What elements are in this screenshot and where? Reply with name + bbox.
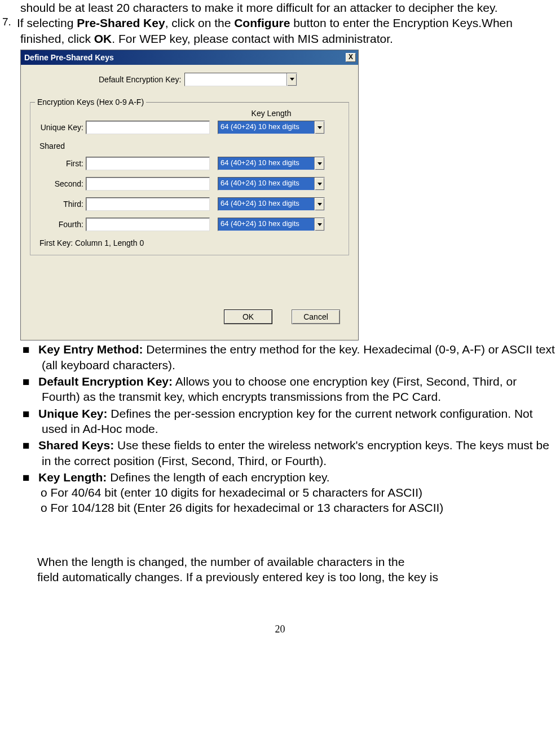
bullet-icon: ■ bbox=[23, 437, 38, 453]
third-key-label: Third: bbox=[37, 199, 86, 209]
fourth-key-label: Fourth: bbox=[37, 219, 86, 229]
unique-key-length-dropdown[interactable]: 64 (40+24) 10 hex digits bbox=[218, 121, 325, 134]
define-pre-shared-keys-dialog: Define Pre-Shared Keys X Default Encrypt… bbox=[20, 50, 359, 341]
chevron-down-icon[interactable] bbox=[314, 157, 324, 170]
bullet-bold: Default Encryption Key: bbox=[38, 375, 173, 388]
key-length-header: Key Length bbox=[201, 108, 342, 118]
first-key-input[interactable] bbox=[86, 157, 210, 170]
group-legend: Encryption Keys (Hex 0-9 A-F) bbox=[35, 97, 146, 107]
second-key-length-dropdown[interactable]: 64 (40+24) 10 hex digits bbox=[218, 177, 325, 191]
close-icon[interactable]: X bbox=[346, 53, 356, 62]
default-encryption-key-label: Default Encryption Key: bbox=[99, 74, 184, 85]
second-key-input[interactable] bbox=[86, 177, 210, 191]
fourth-key-input[interactable] bbox=[86, 218, 210, 231]
bullet-bold: Key Length: bbox=[38, 471, 107, 484]
first-key-length-dropdown[interactable]: 64 (40+24) 10 hex digits bbox=[218, 157, 325, 170]
bullet-text: Use these fields to enter the wireless n… bbox=[42, 439, 549, 467]
bottom-paragraph: When the length is changed, the number o… bbox=[37, 554, 558, 585]
ordered-list-item-7: 7.If selecting Pre-Shared Key, click on … bbox=[20, 15, 558, 46]
bullet-key-entry-method: ■Key Entry Method: Determines the entry … bbox=[42, 342, 558, 373]
dialog-titlebar: Define Pre-Shared Keys X bbox=[21, 50, 358, 65]
unique-key-label: Unique Key: bbox=[37, 122, 86, 132]
chevron-down-icon[interactable] bbox=[314, 218, 324, 231]
list-marker: 7. bbox=[2, 15, 17, 29]
bullet-unique-key: ■Unique Key: Defines the per-session enc… bbox=[42, 406, 558, 437]
dropdown-value: 64 (40+24) 10 hex digits bbox=[218, 121, 314, 134]
bullet-text: Defines the length of each encryption ke… bbox=[107, 471, 329, 484]
dropdown-value: 64 (40+24) 10 hex digits bbox=[218, 218, 314, 231]
chevron-down-icon[interactable] bbox=[286, 73, 297, 86]
chevron-down-icon[interactable] bbox=[314, 121, 324, 134]
text-line: When the length is changed, the number o… bbox=[37, 554, 558, 569]
cancel-button[interactable]: Cancel bbox=[292, 309, 340, 324]
sub-bullet-104128: o For 104/128 bit (Enter 26 digits for h… bbox=[41, 500, 558, 515]
bullet-bold: Unique Key: bbox=[38, 407, 108, 420]
dropdown-value: 64 (40+24) 10 hex digits bbox=[218, 157, 314, 170]
chevron-down-icon[interactable] bbox=[314, 178, 324, 190]
bullet-icon: ■ bbox=[23, 470, 38, 485]
dropdown-value bbox=[185, 73, 286, 86]
third-key-input[interactable] bbox=[86, 197, 210, 211]
bullet-shared-keys: ■Shared Keys: Use these fields to enter … bbox=[42, 437, 558, 468]
fourth-key-length-dropdown[interactable]: 64 (40+24) 10 hex digits bbox=[218, 218, 325, 231]
bullet-default-encryption-key: ■Default Encryption Key: Allows you to c… bbox=[42, 374, 558, 405]
chevron-down-icon[interactable] bbox=[314, 198, 324, 210]
sub-bullet-4064: o For 40/64 bit (enter 10 digits for hex… bbox=[41, 485, 558, 500]
bullet-icon: ■ bbox=[23, 342, 38, 357]
bold-text: OK bbox=[94, 32, 112, 45]
paragraph-continuation: should be at least 20 characters to make… bbox=[20, 0, 558, 15]
ok-button[interactable]: OK bbox=[224, 309, 272, 324]
encryption-keys-group: Encryption Keys (Hex 0-9 A-F) Key Length… bbox=[30, 102, 349, 256]
shared-label: Shared bbox=[39, 141, 342, 151]
dropdown-value: 64 (40+24) 10 hex digits bbox=[218, 198, 314, 210]
text: If selecting bbox=[17, 16, 77, 29]
page-number: 20 bbox=[2, 623, 558, 636]
bullet-bold: Key Entry Method: bbox=[38, 343, 143, 356]
text-line: field automatically changes. If a previo… bbox=[37, 569, 558, 585]
bullet-bold: Shared Keys: bbox=[38, 439, 114, 452]
dialog-title: Define Pre-Shared Keys bbox=[24, 52, 114, 63]
second-key-label: Second: bbox=[37, 179, 86, 189]
bullet-key-length: ■Key Length: Defines the length of each … bbox=[42, 470, 558, 485]
bold-text: Configure bbox=[234, 16, 290, 29]
unique-key-input[interactable] bbox=[86, 121, 210, 134]
status-text: First Key: Column 1, Length 0 bbox=[39, 238, 342, 248]
first-key-label: First: bbox=[37, 158, 86, 169]
bullet-text: Defines the per-session encryption key f… bbox=[42, 407, 533, 435]
third-key-length-dropdown[interactable]: 64 (40+24) 10 hex digits bbox=[218, 197, 325, 211]
default-encryption-key-dropdown[interactable] bbox=[184, 73, 297, 86]
bullet-icon: ■ bbox=[23, 374, 38, 389]
bullet-icon: ■ bbox=[23, 406, 38, 421]
text: . For WEP key, please contact with MIS a… bbox=[112, 32, 393, 45]
dropdown-value: 64 (40+24) 10 hex digits bbox=[218, 178, 314, 190]
bold-text: Pre-Shared Key bbox=[77, 16, 165, 29]
text: , click on the bbox=[165, 16, 235, 29]
